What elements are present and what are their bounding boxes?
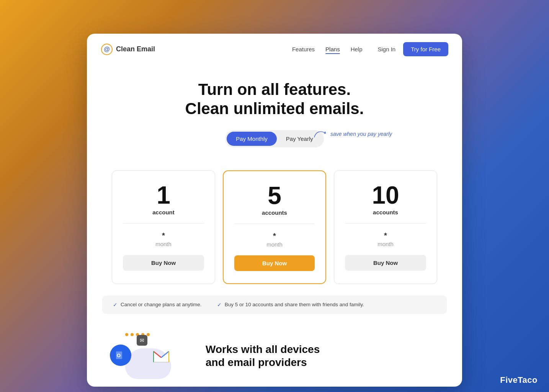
info-text-1: Cancel or change plans at anytime. [121, 302, 202, 307]
sign-in-link[interactable]: Sign In [378, 46, 396, 52]
nav-features[interactable]: Features [292, 46, 315, 52]
fivetaco-watermark: FiveTaco [500, 375, 538, 385]
hero-section: Turn on all features. Clean unlimited em… [87, 65, 462, 170]
billing-toggle-group: Pay Monthly Pay Yearly [225, 130, 324, 147]
check-icon-1: ✓ [113, 302, 118, 308]
bottom-title: Works with all devices and email provide… [206, 343, 320, 369]
info-text-2: Buy 5 or 10 accounts and share them with… [225, 302, 364, 307]
plan-1-price: * month [155, 231, 172, 247]
plan-3-price-symbol: * [384, 231, 387, 240]
svg-text:O: O [117, 353, 121, 358]
plan-2-price-symbol: * [273, 232, 276, 240]
nav-actions: Sign In Try for Free [378, 42, 449, 56]
plan-3-card: 10 accounts * month Buy Now [334, 170, 437, 284]
arrow-icon [313, 128, 328, 140]
plan-1-period: month [155, 241, 172, 247]
plan-2-card: 5 accounts * month Buy Now [223, 170, 326, 284]
nav-links: Features Plans Help [292, 46, 363, 52]
logo-icon: @ [101, 43, 113, 56]
plan-3-unit: accounts [373, 209, 398, 216]
outlook-icon: O [110, 345, 131, 366]
plan-2-price: * month [266, 232, 283, 248]
dot-2 [131, 333, 134, 336]
plan-1-card: 1 account * month Buy Now [112, 170, 215, 284]
plan-2-unit: accounts [262, 209, 287, 216]
try-free-button[interactable]: Try for Free [403, 42, 448, 56]
plan-2-period: month [266, 241, 283, 248]
dot-5 [147, 333, 150, 336]
navbar: @ Clean Email Features Plans Help Sign I… [87, 34, 462, 65]
logo-text: Clean Email [116, 45, 155, 53]
devices-illustration: O ✉ [102, 333, 194, 379]
bottom-text: Works with all devices and email provide… [206, 343, 320, 369]
plan-3-number: 10 [372, 183, 399, 207]
email-envelope-icon: ✉ [137, 335, 147, 346]
plan-3-period: month [377, 241, 394, 247]
pay-monthly-button[interactable]: Pay Monthly [227, 132, 277, 146]
bottom-section: O ✉ Works with all devices and email pro… [87, 325, 462, 387]
info-item-1: ✓ Cancel or change plans at anytime. [113, 302, 202, 308]
check-icon-2: ✓ [217, 302, 222, 308]
gmail-icon [152, 348, 170, 367]
pricing-grid: 1 account * month Buy Now 5 accounts * m… [87, 170, 462, 296]
plan-2-buy-button[interactable]: Buy Now [234, 255, 315, 271]
nav-plans[interactable]: Plans [325, 46, 340, 52]
plan-2-divider [234, 224, 315, 224]
save-text: save when you pay yearly [330, 131, 392, 137]
hero-title: Turn on all features. Clean unlimited em… [102, 80, 447, 119]
info-bar: ✓ Cancel or change plans at anytime. ✓ B… [102, 296, 447, 314]
main-card: @ Clean Email Features Plans Help Sign I… [87, 34, 462, 387]
plan-1-price-symbol: * [162, 231, 165, 240]
plan-3-price: * month [377, 231, 394, 247]
nav-help[interactable]: Help [351, 46, 363, 52]
logo[interactable]: @ Clean Email [101, 43, 155, 56]
plan-1-divider [123, 223, 204, 224]
plan-1-buy-button[interactable]: Buy Now [123, 255, 204, 271]
plan-3-buy-button[interactable]: Buy Now [345, 255, 426, 271]
save-note: save when you pay yearly [313, 128, 392, 140]
svg-text:@: @ [104, 46, 110, 52]
info-item-2: ✓ Buy 5 or 10 accounts and share them wi… [217, 302, 364, 308]
billing-toggle-container: Pay Monthly Pay Yearly save when you pay… [102, 130, 447, 147]
plan-1-number: 1 [157, 183, 170, 207]
plan-1-unit: account [152, 209, 175, 216]
plan-2-number: 5 [268, 183, 281, 208]
dot-1 [125, 333, 128, 336]
plan-3-divider [345, 223, 426, 224]
